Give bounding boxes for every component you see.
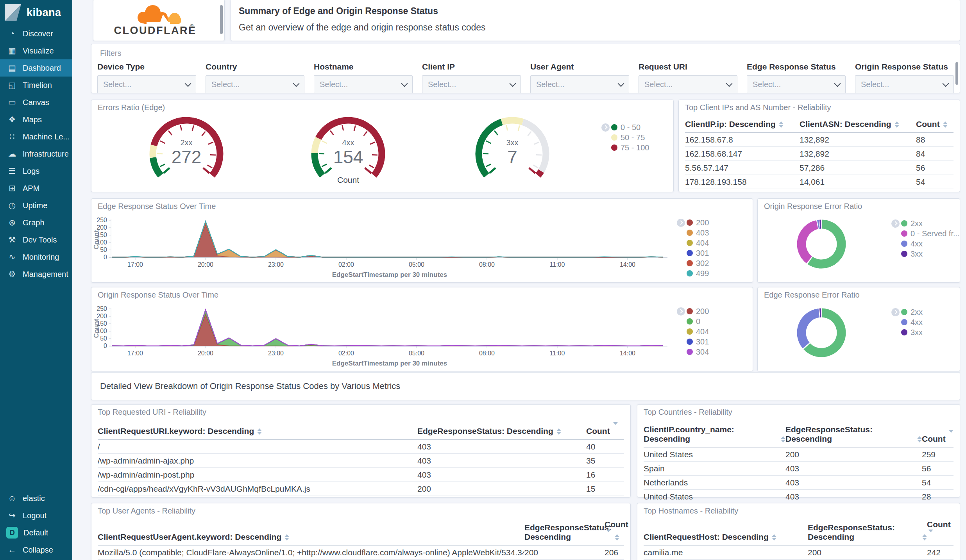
panel-title: Origin Response Error Ratio <box>764 202 862 211</box>
legend-item-304[interactable]: 304 <box>687 347 709 357</box>
legend-item-301[interactable]: 301 <box>687 337 709 347</box>
legend-dot <box>687 339 693 345</box>
sidebar-item-logs[interactable]: ☰Logs <box>0 162 72 180</box>
column-header-edgeresponsestatus[interactable]: EdgeResponseStatus: Descending <box>808 523 927 542</box>
sidebar-item-management[interactable]: ⚙Management <box>0 266 72 283</box>
sidebar-item-dev-tools[interactable]: ⚒Dev Tools <box>0 231 72 248</box>
column-header-clientip-country-name[interactable]: ClientIP.country_name: Descending <box>644 425 785 444</box>
chevron-down-icon <box>834 80 841 87</box>
legend-item-404[interactable]: 404 <box>687 326 709 337</box>
column-header-count[interactable]: Count <box>916 119 953 129</box>
legend-item-3xx[interactable]: 3xx <box>901 249 960 259</box>
column-header-count[interactable]: Count <box>586 425 624 436</box>
scrollbar-thumb[interactable] <box>220 5 223 34</box>
column-header-clientip-ip[interactable]: ClientIP.ip: Descending <box>685 119 800 129</box>
legend-toggle-icon[interactable] <box>891 308 900 316</box>
table-cell: 162.158.67.8 <box>685 135 800 144</box>
legend-item-404[interactable]: 404 <box>687 238 709 248</box>
filter-select-user-agent[interactable]: Select... <box>530 75 629 93</box>
svg-text:17:00: 17:00 <box>127 350 143 357</box>
select-placeholder: Select... <box>536 80 564 89</box>
column-header-clientasn[interactable]: ClientASN: Descending <box>800 119 916 129</box>
legend-dot <box>611 144 617 151</box>
legend-item-302[interactable]: 302 <box>687 258 709 268</box>
sidebar-item-monitoring[interactable]: ∿Monitoring <box>0 248 72 266</box>
svg-text:EdgeStartTimestamp per 30 minu: EdgeStartTimestamp per 30 minutes <box>332 360 447 367</box>
legend-item-200[interactable]: 200 <box>687 306 709 316</box>
filter-select-origin-response-status[interactable]: Select... <box>855 75 954 93</box>
sidebar-item-timelion[interactable]: ◱Timelion <box>0 77 72 94</box>
legend-dot <box>687 328 693 335</box>
column-header-clientrequesthost[interactable]: ClientRequestHost: Descending <box>644 532 808 542</box>
kibana-home-link[interactable]: kibana <box>0 0 72 25</box>
column-header-edgeresponsestatus[interactable]: EdgeResponseStatus: Descending <box>785 425 922 444</box>
legend-item-0-50[interactable]: 0 - 50 <box>611 122 649 132</box>
legend-item-0[interactable]: 0 <box>687 316 709 326</box>
sidebar-item-dashboard[interactable]: ▤Dashboard <box>0 59 72 77</box>
chevron-down-icon <box>185 80 191 87</box>
legend-toggle-icon[interactable] <box>677 219 685 227</box>
filter-select-device-type[interactable]: Select... <box>97 75 196 93</box>
graph-icon: ⊛ <box>7 218 17 227</box>
legend-toggle-icon[interactable] <box>891 219 900 228</box>
legend-dot <box>687 240 693 246</box>
sidebar-item-machine-le[interactable]: ∷Machine Le... <box>0 128 72 145</box>
legend-item-3xx[interactable]: 3xx <box>901 327 923 337</box>
sidebar-item-apm[interactable]: ⊞APM <box>0 180 72 197</box>
column-header-edgeresponsestatus[interactable]: EdgeResponseStatus: Descending <box>417 426 586 436</box>
errors-ratio-gauges-chart[interactable]: 2xx2724xx1543xx7Count <box>91 100 673 191</box>
legend-label: 200 <box>696 218 709 227</box>
sidebar-item-maps[interactable]: ❖Maps <box>0 111 72 128</box>
sort-desc-icon <box>606 532 628 542</box>
legend-label: 499 <box>696 269 709 278</box>
column-header-count[interactable]: Count <box>927 520 953 542</box>
column-header-count[interactable]: Count <box>605 520 628 542</box>
sidebar-item-infrastructure[interactable]: ☁Infrastructure <box>0 145 72 162</box>
column-header-count[interactable]: Count <box>922 433 953 444</box>
filter-select-edge-response-status[interactable]: Select... <box>747 75 846 93</box>
sidebar-item-canvas[interactable]: ▭Canvas <box>0 94 72 111</box>
filter-select-client-ip[interactable]: Select... <box>422 75 521 93</box>
column-header-clientrequestuseragent-keyword[interactable]: ClientRequestUserAgent.keyword: Descendi… <box>98 532 524 542</box>
legend-item-2xx[interactable]: 2xx <box>901 307 923 317</box>
legend-item-2xx[interactable]: 2xx <box>901 218 960 228</box>
legend-item-200[interactable]: 200 <box>687 218 709 228</box>
legend-item-4xx[interactable]: 4xx <box>901 317 923 327</box>
legend-item-50-75[interactable]: 50 - 75 <box>611 132 649 143</box>
legend-item-301[interactable]: 301 <box>687 248 709 258</box>
sidebar: kibana ◔Discover▦Visualize▤Dashboard◱Tim… <box>0 0 72 560</box>
legend-item-4xx[interactable]: 4xx <box>901 239 960 249</box>
sidebar-item-collapse[interactable]: ←Collapse <box>0 541 72 558</box>
table-cell: 5.56.57.147 <box>685 163 800 173</box>
filters-fields: Device TypeSelect...CountrySelect...Host… <box>97 62 954 93</box>
legend-toggle-icon[interactable] <box>677 307 685 316</box>
sidebar-item-discover[interactable]: ◔Discover <box>0 25 72 42</box>
legend-item-403[interactable]: 403 <box>687 228 709 238</box>
column-header-clientrequesturi-keyword[interactable]: ClientRequestURI.keyword: Descending <box>98 426 417 436</box>
table-cell: 200 <box>808 548 927 557</box>
filter-select-request-uri[interactable]: Select... <box>639 75 737 93</box>
sidebar-item-visualize[interactable]: ▦Visualize <box>0 42 72 59</box>
sidebar-item-graph[interactable]: ⊛Graph <box>0 214 72 231</box>
column-header-edgeresponsestatus[interactable]: EdgeResponseStatus: Descending <box>524 523 605 542</box>
legend-label: 75 - 100 <box>621 143 649 152</box>
svg-text:20:00: 20:00 <box>198 350 213 357</box>
table-row: 162.158.67.8132,89288 <box>685 133 953 147</box>
legend-item-75-100[interactable]: 75 - 100 <box>611 143 649 153</box>
filter-select-country[interactable]: Select... <box>206 75 304 93</box>
edge-error-ratio-donut[interactable] <box>758 287 887 370</box>
legend-dot <box>611 134 617 141</box>
filter-select-hostname[interactable]: Select... <box>314 75 413 93</box>
sidebar-item-logout[interactable]: ↪Logout <box>0 507 72 524</box>
edge-response-area-chart[interactable]: 05010015020025017:0020:0023:0002:0005:00… <box>91 199 752 282</box>
sidebar-item-uptime[interactable]: ◷Uptime <box>0 197 72 214</box>
sidebar-item-default[interactable]: DDefault <box>0 524 72 541</box>
legend-item-0-served-fr[interactable]: 0 - Served fr... <box>901 228 960 239</box>
origin-error-ratio-donut[interactable] <box>758 199 887 282</box>
legend-item-499[interactable]: 499 <box>687 268 709 278</box>
scrollbar-thumb[interactable] <box>955 62 958 85</box>
sidebar-item-elastic[interactable]: ☺elastic <box>0 490 72 507</box>
origin-response-area-chart[interactable]: 05010015020025017:0020:0023:0002:0005:00… <box>91 287 752 370</box>
legend-toggle-icon[interactable] <box>601 123 610 132</box>
dashboard-subtitle: Get an overview of the edge and origin r… <box>239 22 486 33</box>
